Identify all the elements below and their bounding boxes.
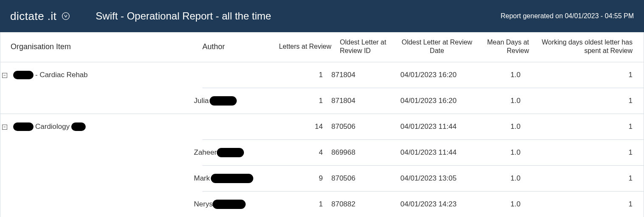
col-header-organisation: Organisation Item xyxy=(9,42,202,51)
redacted-text xyxy=(213,200,246,209)
redacted-text xyxy=(211,174,253,183)
group-mean-days: 1.0 xyxy=(466,122,526,131)
table-group-row: − - Cardiac Rehab 1 871804 04/01/2023 16… xyxy=(0,62,644,88)
report-header: dictate .it Swift - Operational Report -… xyxy=(0,0,644,32)
author-name-prefix: Nerys xyxy=(194,200,213,209)
group-oldest-date: 04/01/2023 11:44 xyxy=(387,122,466,131)
col-header-oldest-date: Oldest Letter at Review Date xyxy=(396,38,475,55)
col-header-mean-days: Mean Days at Review xyxy=(475,38,534,55)
row-oldest-date: 04/01/2023 13:05 xyxy=(387,174,466,183)
row-letters: 4 xyxy=(269,148,328,157)
table-row: Julia 1 871804 04/01/2023 16:20 1.0 1 xyxy=(0,88,644,114)
redacted-text xyxy=(217,148,244,157)
row-mean-days: 1.0 xyxy=(466,97,526,105)
row-mean-days: 1.0 xyxy=(466,200,526,209)
group-mean-days: 1.0 xyxy=(466,71,526,79)
group-letters: 14 xyxy=(269,122,328,131)
redacted-text xyxy=(13,71,34,79)
table-row: Zaheer 4 869968 04/01/2023 11:44 1.0 1 xyxy=(0,140,644,165)
row-working-days: 1 xyxy=(526,148,637,157)
row-oldest-date: 04/01/2023 14:23 xyxy=(387,200,466,209)
table-row: Nerys 1 870882 04/01/2023 14:23 1.0 1 xyxy=(0,192,644,217)
report-table: Organisation Item Author Letters at Revi… xyxy=(0,32,644,217)
row-oldest-id: 871804 xyxy=(328,97,387,105)
row-oldest-date: 04/01/2023 11:44 xyxy=(387,148,466,157)
group-oldest-id: 871804 xyxy=(328,71,387,79)
row-oldest-id: 870506 xyxy=(328,174,387,183)
row-oldest-id: 870882 xyxy=(328,200,387,209)
row-letters: 1 xyxy=(269,200,328,209)
author-cell: Nerys xyxy=(194,200,269,209)
author-name-prefix: Julia xyxy=(194,97,209,105)
row-working-days: 1 xyxy=(526,97,637,105)
table-header-row: Organisation Item Author Letters at Revi… xyxy=(0,32,644,62)
group-letters: 1 xyxy=(269,71,328,79)
group-oldest-id: 870506 xyxy=(328,122,387,131)
brand: dictate .it xyxy=(10,10,70,23)
group-label: - Cardiac Rehab xyxy=(35,71,88,79)
col-header-working-days: Working days oldest letter has spent at … xyxy=(534,38,637,55)
row-working-days: 1 xyxy=(526,174,637,183)
redacted-text xyxy=(13,122,34,131)
col-header-oldest-id: Oldest Letter at Review ID xyxy=(336,38,396,55)
row-letters: 1 xyxy=(269,97,328,105)
author-cell: Julia xyxy=(194,96,269,106)
collapse-toggle-icon[interactable]: − xyxy=(2,73,7,78)
brand-text: dictate .it xyxy=(10,10,57,23)
col-header-author: Author xyxy=(202,42,277,51)
redacted-text xyxy=(71,122,86,131)
col-header-letters: Letters at Review xyxy=(277,42,336,51)
row-working-days: 1 xyxy=(526,200,637,209)
group-working-days: 1 xyxy=(526,71,637,79)
author-cell: Zaheer xyxy=(194,148,269,157)
table-group-row: − Cardiology 14 870506 04/01/2023 11:44 … xyxy=(0,114,644,139)
row-mean-days: 1.0 xyxy=(466,174,526,183)
group-label: Cardiology xyxy=(35,122,70,131)
brand-icon xyxy=(61,11,70,21)
author-name-prefix: Mark xyxy=(194,174,210,183)
generated-timestamp: Report generated on 04/01/2023 - 04:55 P… xyxy=(501,12,634,20)
author-name-prefix: Zaheer xyxy=(194,148,217,157)
svg-point-0 xyxy=(62,13,69,20)
group-oldest-date: 04/01/2023 16:20 xyxy=(387,71,466,79)
row-oldest-date: 04/01/2023 16:20 xyxy=(387,97,466,105)
table-row: Mark 9 870506 04/01/2023 13:05 1.0 1 xyxy=(0,166,644,191)
redacted-text xyxy=(210,96,237,106)
row-letters: 9 xyxy=(269,174,328,183)
report-title: Swift - Operational Report - all the tim… xyxy=(96,10,272,22)
collapse-toggle-icon[interactable]: − xyxy=(2,125,7,130)
row-oldest-id: 869968 xyxy=(328,148,387,157)
row-mean-days: 1.0 xyxy=(466,148,526,157)
author-cell: Mark xyxy=(194,174,269,183)
group-working-days: 1 xyxy=(526,122,637,131)
